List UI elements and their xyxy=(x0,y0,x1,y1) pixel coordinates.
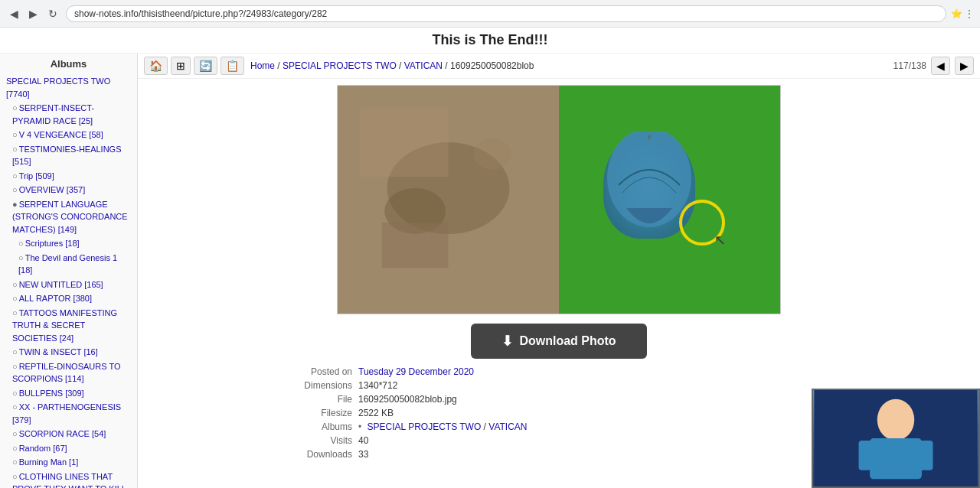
sidebar-item[interactable]: ○Scriptures [18] xyxy=(9,236,134,251)
download-icon: ⬇ xyxy=(501,333,513,350)
svg-rect-11 xyxy=(859,441,874,470)
filesize-value: 2522 KB xyxy=(358,408,394,418)
sidebar-item[interactable]: ●SERPENT LANGUAGE (STRONG'S CONCORDANCE … xyxy=(9,197,134,237)
file-value: 1609250050082blob.jpg xyxy=(358,394,457,405)
browser-icons: ⭐ ⋮ xyxy=(951,8,974,19)
breadcrumb-home[interactable]: Home xyxy=(250,60,275,71)
posted-date-link[interactable]: Tuesday 29 December 2020 xyxy=(358,366,474,377)
info-downloads-row: Downloads 33 xyxy=(291,449,827,460)
albums-label: Albums xyxy=(291,421,352,432)
dimensions-label: Dimensions xyxy=(291,380,352,391)
visits-value: 40 xyxy=(358,435,368,446)
sidebar-item[interactable]: ○REPTILE-DINOSAURS TO SCORPIONS [114] xyxy=(9,359,134,386)
back-button[interactable]: ◀ xyxy=(6,6,22,21)
sidebar-item[interactable]: ○SCORPION RACE [54] xyxy=(9,427,134,441)
sidebar-item[interactable]: ○TESTIMONIES-HEALINGS [515] xyxy=(9,142,134,169)
downloads-label: Downloads xyxy=(291,449,352,460)
sidebar-item[interactable]: ○The Devil and Genesis 1 [18] xyxy=(9,251,134,278)
info-dimensions-row: Dimensions 1340*712 xyxy=(291,380,827,391)
video-overlay[interactable] xyxy=(812,389,980,488)
filesize-label: Filesize xyxy=(291,408,352,418)
browser-chrome: ◀ ▶ ↻ show-notes.info/thisistheend/pictu… xyxy=(0,0,980,28)
info-file-row: File 1609250050082blob.jpg xyxy=(291,394,827,405)
breadcrumb-current: 1609250050082blob xyxy=(450,60,534,71)
prev-photo-button[interactable]: ◀ xyxy=(931,57,950,75)
svg-rect-3 xyxy=(382,223,449,268)
video-person xyxy=(813,390,978,486)
breadcrumb-sep3: / xyxy=(445,60,450,71)
info-filesize-row: Filesize 2522 KB xyxy=(291,408,827,418)
sidebar: Albums SPECIAL PROJECTS TWO [7740] ○SERP… xyxy=(0,54,138,488)
breadcrumb: Home / SPECIAL PROJECTS TWO / VATICAN / … xyxy=(250,60,534,71)
breadcrumb-sep2: / xyxy=(399,60,404,71)
sidebar-item[interactable]: ○SERPENT-INSECT-PYRAMID RACE [25] xyxy=(9,101,134,128)
main-photo[interactable]: ↖ xyxy=(337,85,781,314)
album1-link[interactable]: SPECIAL PROJECTS TWO xyxy=(368,421,482,432)
sidebar-item[interactable]: ○NEW UNTITLED [165] xyxy=(9,278,134,292)
info-posted-row: Posted on Tuesday 29 December 2020 xyxy=(291,366,827,377)
posted-label: Posted on xyxy=(291,366,352,377)
downloads-value: 33 xyxy=(358,449,368,460)
reload-button[interactable]: ↻ xyxy=(44,6,61,21)
sidebar-item[interactable]: ○V 4 VENGEANCE [58] xyxy=(9,128,134,142)
file-label: File xyxy=(291,394,352,405)
sidebar-item[interactable]: ○TWIN & INSECT [16] xyxy=(9,345,134,359)
toolbar-buttons[interactable]: 🏠 ⊞ 🔄 📋 xyxy=(144,57,244,75)
slideshow-toolbar-button[interactable]: 🔄 xyxy=(194,57,217,75)
page-title: This is The End!!! xyxy=(0,28,980,54)
cursor: ↖ xyxy=(714,232,730,250)
sidebar-item[interactable]: ○Burning Man [1] xyxy=(9,455,134,470)
sidebar-item[interactable]: ○ALL RAPTOR [380] xyxy=(9,291,134,306)
breadcrumb-cat1[interactable]: SPECIAL PROJECTS TWO xyxy=(283,60,397,71)
info-albums-row: Albums • SPECIAL PROJECTS TWO / VATICAN xyxy=(291,421,827,432)
nav-buttons[interactable]: ◀ ▶ ↻ xyxy=(6,6,61,21)
visits-label: Visits xyxy=(291,435,352,446)
download-photo-button[interactable]: ⬇ Download Photo xyxy=(471,324,646,359)
svg-rect-4 xyxy=(360,109,449,177)
svg-rect-10 xyxy=(870,438,922,479)
forward-button[interactable]: ▶ xyxy=(25,6,41,21)
info-visits-row: Visits 40 xyxy=(291,435,827,446)
sidebar-item[interactable]: ○XX - PARTHENOGENESIS [379] xyxy=(9,400,134,427)
sidebar-item[interactable]: ○Trip [509] xyxy=(9,169,134,184)
photo-counter: 117/138 xyxy=(893,60,926,71)
svg-point-5 xyxy=(473,138,511,169)
next-photo-button[interactable]: ▶ xyxy=(955,57,974,75)
sidebar-item[interactable]: ○CLOTHING LINES THAT PROVE THEY WANT TO … xyxy=(9,470,134,489)
sidebar-item[interactable]: SPECIAL PROJECTS TWO [7740] xyxy=(3,74,134,101)
home-toolbar-button[interactable]: 🏠 xyxy=(144,57,168,75)
breadcrumb-cat2[interactable]: VATICAN xyxy=(404,60,443,71)
grid-toolbar-button[interactable]: ⊞ xyxy=(171,57,191,75)
svg-rect-12 xyxy=(918,441,933,470)
toolbar-area: 🏠 ⊞ 🔄 📋 Home / SPECIAL PROJECTS TWO / VA… xyxy=(138,54,980,79)
info-toolbar-button[interactable]: 📋 xyxy=(220,57,244,75)
sidebar-item[interactable]: ○OVERVIEW [357] xyxy=(9,183,134,197)
svg-point-9 xyxy=(877,399,914,441)
photo-right: ↖ xyxy=(559,86,780,314)
sidebar-title: Albums xyxy=(3,58,134,70)
photo-left xyxy=(338,86,559,314)
dimensions-value: 1340*712 xyxy=(358,380,397,391)
sidebar-item[interactable]: ○TATTOOS MANIFESTING TRUTH & SECRET SOCI… xyxy=(9,306,134,346)
address-bar[interactable]: show-notes.info/thisistheend/picture.php… xyxy=(66,5,946,22)
photo-info: Posted on Tuesday 29 December 2020 Dimen… xyxy=(291,366,827,463)
download-label: Download Photo xyxy=(519,334,616,348)
sidebar-item[interactable]: ○BULLPENS [309] xyxy=(9,386,134,401)
sidebar-item[interactable]: ○Random [67] xyxy=(9,441,134,456)
album2-link[interactable]: VATICAN xyxy=(488,421,527,432)
